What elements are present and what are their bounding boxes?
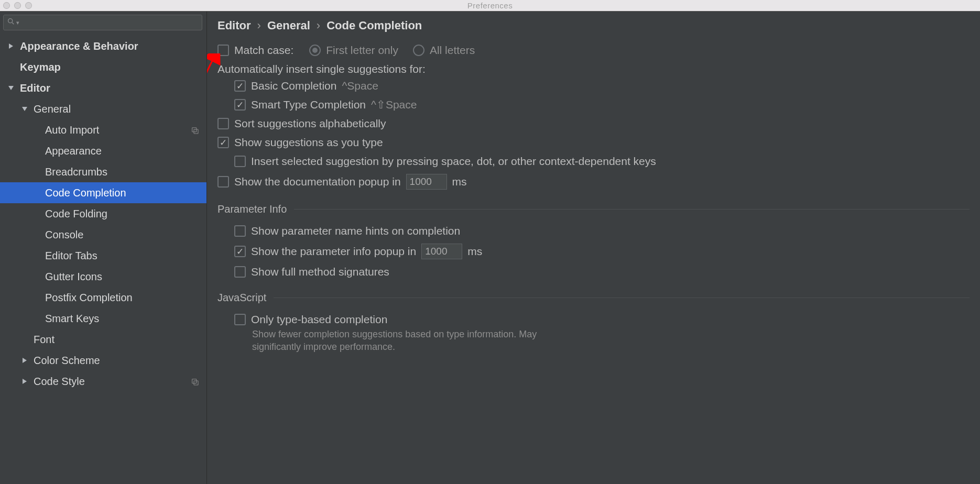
doc-popup-row: Show the documentation popup in ms bbox=[217, 174, 970, 190]
disclosure-closed-icon[interactable] bbox=[21, 357, 28, 364]
sidebar-item-label: Keymap bbox=[20, 61, 61, 73]
full-sig-label: Show full method signatures bbox=[251, 266, 389, 278]
sidebar-item-label: Code Completion bbox=[45, 187, 126, 199]
sidebar-item-appearance-behavior[interactable]: Appearance & Behavior bbox=[0, 36, 206, 57]
disclosure-open-icon[interactable] bbox=[7, 84, 15, 92]
search-input[interactable]: ▾ bbox=[3, 15, 202, 30]
sidebar-item-general[interactable]: General bbox=[0, 98, 206, 119]
svg-rect-5 bbox=[194, 381, 198, 385]
doc-popup-label-pre: Show the documentation popup in bbox=[234, 175, 401, 188]
svg-point-0 bbox=[8, 19, 13, 23]
param-name-hints-row: Show parameter name hints on completion bbox=[234, 225, 970, 237]
param-name-hints-checkbox[interactable] bbox=[234, 225, 246, 237]
match-case-checkbox[interactable] bbox=[217, 45, 229, 56]
param-popup-checkbox[interactable] bbox=[234, 246, 246, 257]
parameter-info-section: Parameter Info bbox=[217, 203, 970, 215]
sidebar-item-label: Console bbox=[45, 229, 83, 241]
svg-line-1 bbox=[12, 23, 14, 24]
sidebar-item-auto-import[interactable]: Auto Import bbox=[0, 119, 206, 140]
breadcrumb-item[interactable]: Editor bbox=[217, 19, 251, 32]
sidebar-item-color-scheme[interactable]: Color Scheme bbox=[0, 350, 206, 371]
svg-rect-2 bbox=[192, 128, 197, 132]
param-name-hints-label: Show parameter name hints on completion bbox=[251, 225, 460, 237]
svg-rect-4 bbox=[192, 379, 197, 383]
disclosure-closed-icon[interactable] bbox=[21, 378, 28, 385]
type-based-row: Only type-based completion bbox=[234, 313, 970, 326]
type-based-note: Show fewer completion suggestions based … bbox=[252, 328, 587, 354]
sidebar-item-code-completion[interactable]: Code Completion bbox=[0, 182, 206, 203]
sidebar-item-label: Code Style bbox=[34, 376, 85, 388]
insert-by-space-row: Insert selected suggestion by pressing s… bbox=[234, 155, 970, 168]
disclosure-open-icon[interactable] bbox=[21, 105, 28, 113]
show-suggestions-checkbox[interactable] bbox=[217, 137, 229, 148]
sidebar-item-gutter-icons[interactable]: Gutter Icons bbox=[0, 266, 206, 287]
settings-tree: Appearance & BehaviorKeymapEditorGeneral… bbox=[0, 34, 206, 484]
annotation-arrow-icon bbox=[207, 53, 448, 216]
sidebar-item-smart-keys[interactable]: Smart Keys bbox=[0, 308, 206, 329]
auto-insert-heading: Automatically insert single suggestions … bbox=[217, 63, 970, 75]
type-based-checkbox[interactable] bbox=[234, 314, 246, 325]
doc-popup-checkbox[interactable] bbox=[217, 176, 229, 188]
basic-completion-shortcut: ^Space bbox=[342, 80, 378, 92]
breadcrumb-item: Code Completion bbox=[326, 19, 422, 32]
first-letter-label: First letter only bbox=[326, 44, 398, 57]
match-case-label: Match case: bbox=[234, 44, 293, 57]
sidebar-item-label: Postfix Completion bbox=[45, 292, 133, 304]
sidebar-item-code-folding[interactable]: Code Folding bbox=[0, 203, 206, 224]
svg-line-6 bbox=[207, 59, 213, 211]
sidebar-item-appearance[interactable]: Appearance bbox=[0, 140, 206, 161]
sidebar-item-code-style[interactable]: Code Style bbox=[0, 371, 206, 392]
show-suggestions-label: Show suggestions as you type bbox=[234, 136, 383, 149]
sidebar-item-breadcrumbs[interactable]: Breadcrumbs bbox=[0, 161, 206, 182]
sidebar-item-label: Smart Keys bbox=[45, 313, 99, 325]
scope-icon bbox=[191, 126, 199, 137]
sidebar-item-font[interactable]: Font bbox=[0, 329, 206, 350]
full-sig-row: Show full method signatures bbox=[234, 266, 970, 278]
sidebar-item-label: Code Folding bbox=[45, 208, 107, 220]
sidebar-item-label: Appearance bbox=[45, 145, 102, 157]
sidebar-item-postfix-completion[interactable]: Postfix Completion bbox=[0, 287, 206, 308]
param-popup-input[interactable] bbox=[421, 244, 462, 259]
sidebar-item-label: Appearance & Behavior bbox=[20, 40, 138, 52]
sidebar-item-label: Editor bbox=[20, 82, 50, 94]
insert-by-space-label: Insert selected suggestion by pressing s… bbox=[251, 155, 656, 168]
all-letters-radio[interactable] bbox=[413, 45, 424, 56]
match-case-row: Match case: First letter only All letter… bbox=[217, 44, 970, 57]
divider bbox=[274, 298, 970, 298]
scope-icon bbox=[191, 377, 199, 389]
search-icon bbox=[7, 17, 15, 28]
sidebar-item-label: Editor Tabs bbox=[45, 250, 97, 262]
settings-content: Editor › General › Code Completion Match… bbox=[207, 12, 980, 484]
first-letter-radio[interactable] bbox=[309, 45, 321, 56]
settings-sidebar: ▾ Appearance & BehaviorKeymapEditorGener… bbox=[0, 12, 207, 484]
sidebar-item-label: General bbox=[34, 103, 71, 115]
sidebar-item-label: Gutter Icons bbox=[45, 271, 102, 283]
type-based-label: Only type-based completion bbox=[251, 313, 387, 326]
svg-rect-3 bbox=[194, 129, 198, 134]
javascript-heading: JavaScript bbox=[217, 292, 266, 304]
basic-completion-checkbox[interactable] bbox=[234, 80, 246, 92]
divider bbox=[294, 209, 970, 210]
insert-by-space-checkbox[interactable] bbox=[234, 156, 246, 167]
smart-completion-checkbox[interactable] bbox=[234, 99, 246, 111]
breadcrumb-item[interactable]: General bbox=[267, 19, 310, 32]
sidebar-item-editor[interactable]: Editor bbox=[0, 78, 206, 98]
javascript-section: JavaScript bbox=[217, 292, 970, 304]
all-letters-label: All letters bbox=[430, 44, 475, 57]
sidebar-item-console[interactable]: Console bbox=[0, 224, 206, 245]
sort-alpha-checkbox[interactable] bbox=[217, 118, 229, 129]
basic-completion-label: Basic Completion bbox=[251, 80, 336, 92]
disclosure-closed-icon[interactable] bbox=[7, 42, 15, 50]
param-popup-label-pre: Show the parameter info popup in bbox=[251, 245, 416, 258]
doc-popup-label-post: ms bbox=[452, 175, 467, 188]
sidebar-item-editor-tabs[interactable]: Editor Tabs bbox=[0, 245, 206, 266]
show-suggestions-row: Show suggestions as you type bbox=[217, 136, 970, 149]
sidebar-item-label: Breadcrumbs bbox=[45, 166, 107, 178]
chevron-right-icon: › bbox=[257, 19, 261, 32]
parameter-info-heading: Parameter Info bbox=[217, 203, 287, 215]
param-popup-label-post: ms bbox=[467, 245, 482, 258]
full-sig-checkbox[interactable] bbox=[234, 266, 246, 278]
sidebar-item-keymap[interactable]: Keymap bbox=[0, 57, 206, 78]
sidebar-item-label: Auto Import bbox=[45, 124, 99, 136]
doc-popup-input[interactable] bbox=[406, 174, 447, 190]
